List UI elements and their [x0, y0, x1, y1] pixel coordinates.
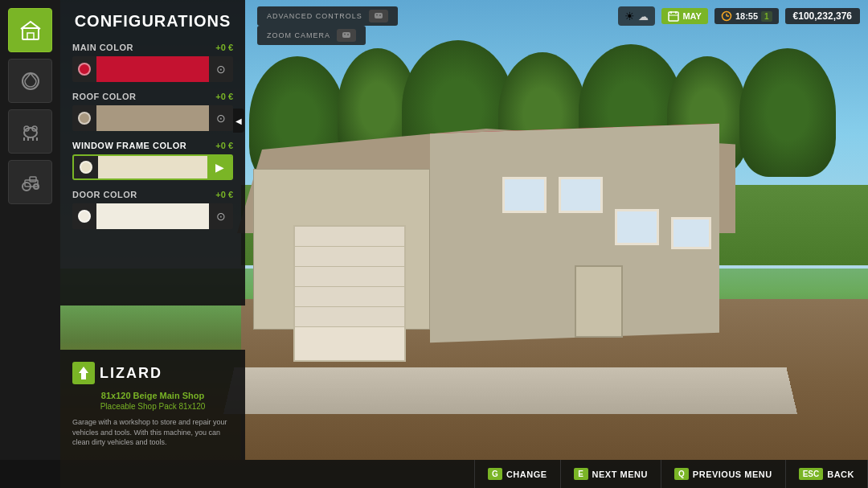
lizard-svg-icon: [76, 365, 92, 381]
roof-color-swatch[interactable]: ⊙: [72, 105, 233, 131]
back-label: BACK: [827, 470, 854, 479]
main-color-price: +0 €: [215, 43, 233, 52]
info-panel: LIZARD 81x120 Beige Main Shop Placeable …: [60, 350, 245, 460]
left-sidebar: [0, 0, 60, 488]
window-frame-color-right-btn[interactable]: ▶: [207, 156, 231, 178]
back-button[interactable]: ESC BACK: [786, 460, 868, 488]
barn-window: [671, 217, 711, 249]
roof-color-price: +0 €: [215, 92, 233, 101]
garage-door-panel: [295, 227, 404, 247]
svg-rect-13: [30, 177, 36, 182]
next-menu-button[interactable]: E NEXT MENU: [561, 460, 661, 488]
lizard-logo: LIZARD: [72, 362, 233, 384]
next-menu-key: E: [574, 468, 588, 480]
collapse-icon: ◀: [235, 117, 242, 125]
svg-rect-1: [27, 33, 34, 39]
equipment-icon: [18, 170, 43, 195]
change-key: G: [488, 468, 502, 480]
roof-color-arrow: ⊙: [216, 112, 226, 125]
concrete-pad: [223, 367, 797, 414]
barn-window: [502, 177, 547, 213]
next-menu-label: NEXT MENU: [592, 470, 648, 479]
sidebar-item-equipment[interactable]: [8, 160, 52, 204]
main-color-swatch[interactable]: ⊙: [72, 56, 233, 82]
barn-side-door: [575, 265, 623, 338]
previous-menu-key: Q: [674, 468, 689, 480]
change-button[interactable]: G CHANGE: [474, 460, 561, 488]
door-color-section: DOOR COLOR +0 € ⊙: [72, 190, 233, 229]
window-frame-color-swatch[interactable]: ▶: [72, 154, 233, 180]
product-pack: Placeable Shop Pack 81x120: [72, 402, 233, 411]
farm-icon: [18, 69, 43, 93]
change-label: CHANGE: [506, 470, 547, 479]
svg-marker-14: [79, 367, 88, 379]
door-color-right-btn[interactable]: ⊙: [209, 203, 233, 229]
product-name: 81x120 Beige Main Shop: [72, 391, 233, 400]
collapse-panel-button[interactable]: ◀: [233, 109, 244, 133]
door-color-label: DOOR COLOR: [72, 190, 137, 199]
main-color-bar: [96, 56, 209, 82]
main-color-section: MAIN COLOR +0 € ⊙: [72, 43, 233, 82]
config-panel: CONFIGURATIONS MAIN COLOR +0 € ⊙ ROOF CO…: [60, 0, 245, 306]
main-color-dot: [78, 63, 91, 76]
main-color-label: MAIN COLOR: [72, 43, 133, 52]
door-color-dot: [78, 210, 91, 223]
barn-model: [253, 129, 816, 434]
window-frame-color-arrow: ▶: [215, 161, 224, 174]
config-title: CONFIGURATIONS: [72, 12, 233, 31]
window-frame-color-left-btn[interactable]: [74, 156, 98, 178]
main-color-right-btn[interactable]: ⊙: [209, 56, 233, 82]
barn-window: [559, 177, 603, 213]
door-color-swatch[interactable]: ⊙: [72, 203, 233, 229]
sidebar-item-build[interactable]: [8, 8, 52, 52]
garage-door-panel: [295, 267, 404, 287]
previous-menu-label: PREVIOUS MENU: [693, 470, 772, 479]
door-color-price: +0 €: [215, 190, 233, 199]
back-key: ESC: [799, 468, 824, 480]
window-frame-color-label: WINDOW FRAME COLOR: [72, 141, 186, 150]
bottom-bar: G CHANGE E NEXT MENU Q PREVIOUS MENU ESC…: [0, 460, 868, 488]
main-color-arrow: ⊙: [216, 63, 226, 76]
sidebar-item-animals[interactable]: [8, 109, 52, 154]
previous-menu-button[interactable]: Q PREVIOUS MENU: [661, 460, 786, 488]
garage-door-panel: [295, 247, 404, 267]
build-icon: [18, 18, 43, 43]
roof-color-right-btn[interactable]: ⊙: [209, 105, 233, 131]
roof-color-section: ROOF COLOR +0 € ⊙: [72, 92, 233, 131]
garage-door-panel: [295, 287, 404, 307]
animals-icon: [18, 120, 43, 144]
door-color-left-btn[interactable]: [72, 203, 96, 229]
barn-window: [615, 209, 659, 245]
svg-point-3: [24, 128, 37, 137]
roof-color-left-btn[interactable]: [72, 105, 96, 131]
barn-garage-door: [293, 225, 406, 362]
door-color-arrow: ⊙: [216, 210, 226, 223]
product-description: Garage with a workshop to store and repa…: [72, 417, 233, 448]
lizard-brand-name: LIZARD: [100, 365, 162, 382]
lizard-brand-icon: [72, 362, 95, 384]
svg-rect-0: [23, 28, 39, 39]
window-frame-color-bar: [98, 156, 207, 178]
window-frame-color-dot: [80, 161, 92, 174]
door-color-bar: [96, 203, 209, 229]
window-frame-color-section: WINDOW FRAME COLOR +0 € ▶: [72, 141, 233, 180]
roof-color-label: ROOF COLOR: [72, 92, 137, 101]
window-frame-color-price: +0 €: [215, 141, 233, 150]
garage-door-panel: [295, 307, 404, 327]
main-color-left-btn[interactable]: [72, 56, 96, 82]
roof-color-bar: [96, 105, 209, 131]
roof-color-dot: [78, 112, 91, 125]
sidebar-item-farm[interactable]: [8, 59, 52, 103]
